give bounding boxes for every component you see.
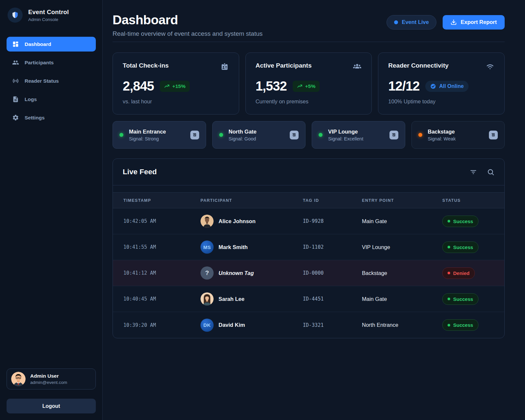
page-subtitle: Real-time overview of event access and s… <box>113 30 262 37</box>
sidebar-item-reader-status[interactable]: Reader Status <box>7 74 96 88</box>
radio-icon <box>12 77 19 84</box>
users-icon <box>12 59 19 66</box>
live-feed-title: Live Feed <box>123 168 157 176</box>
cell-entry-point: Backstage <box>362 270 442 276</box>
reader-signal: Signal: Good <box>229 136 257 141</box>
signal-dot-icon <box>418 133 422 137</box>
cell-participant: ? Unknown Tag <box>200 266 303 280</box>
sidebar-item-logs[interactable]: Logs <box>7 92 96 107</box>
cell-tag-id: ID-1102 <box>303 244 362 250</box>
cell-tag-id: ID-4451 <box>303 296 362 302</box>
cell-timestamp: 10:42:05 AM <box>123 218 200 224</box>
cell-status: Denied <box>442 267 496 279</box>
stat-note: 100% Uptime today <box>388 98 494 105</box>
cell-status: Success <box>442 319 496 331</box>
avatar <box>200 215 214 228</box>
gear-icon <box>12 114 19 121</box>
cell-status: Success <box>442 293 496 305</box>
cell-entry-point: Main Gate <box>362 296 442 302</box>
stat-title: Reader Connectivity <box>388 62 449 69</box>
stat-title: Active Participants <box>256 62 312 69</box>
app-subtitle: Admin Console <box>28 17 69 22</box>
file-icon <box>12 96 19 103</box>
scan-icon[interactable] <box>190 131 199 139</box>
status-dot-icon <box>448 324 450 326</box>
user-email: admin@event.com <box>30 380 67 385</box>
cell-participant: Sarah Lee <box>200 292 303 305</box>
table-row: 10:39:20 AM DK David Kim ID-3321 North E… <box>113 312 504 338</box>
table-row: 10:41:12 AM ? Unknown Tag ID-0000 Backst… <box>113 260 504 286</box>
status-badge: Success <box>442 319 478 331</box>
avatar: MS <box>200 241 214 254</box>
cell-entry-point: North Entrance <box>362 322 442 328</box>
app-title: Event Control <box>28 9 69 16</box>
participant-name: Unknown Tag <box>219 270 254 276</box>
main-content: Dashboard Real-time overview of event ac… <box>103 0 525 420</box>
cell-participant: DK David Kim <box>200 319 303 332</box>
cell-tag-id: ID-0000 <box>303 270 362 276</box>
cell-entry-point: Main Gate <box>362 218 442 224</box>
status-dot-icon <box>448 246 450 248</box>
filter-icon[interactable] <box>470 168 477 176</box>
participant-name: David Kim <box>219 322 245 328</box>
reader-signal: Signal: Excellent <box>328 136 363 141</box>
reader-name: VIP Lounge <box>328 129 363 135</box>
avatar: DK <box>200 319 214 332</box>
participant-name: Sarah Lee <box>219 296 244 302</box>
reader-signal: Signal: Strong <box>129 136 166 141</box>
sidebar-item-dashboard[interactable]: Dashboard <box>7 37 96 52</box>
status-badge: Denied <box>442 267 475 279</box>
column-header-timestamp: Timestamp <box>123 198 200 203</box>
reader-card-vip-lounge: VIP Lounge Signal: Excellent <box>312 121 405 149</box>
delta-badge: +5% <box>293 81 320 92</box>
stat-value: 2,845 <box>123 79 154 94</box>
participant-name: Mark Smith <box>219 244 248 250</box>
scan-icon[interactable] <box>290 131 299 139</box>
stat-note: Currently on premises <box>256 98 362 105</box>
participant-name: Alice Johnson <box>219 218 256 224</box>
sidebar-item-participants[interactable]: Participants <box>7 55 96 70</box>
column-header-participant: Participant <box>200 198 303 203</box>
live-feed-header: Live Feed <box>113 159 504 185</box>
user-card[interactable]: Admin User admin@event.com <box>7 368 96 389</box>
cell-timestamp: 10:41:12 AM <box>123 270 200 276</box>
table-header-row: Timestamp Participant Tag ID Entry Point… <box>113 192 504 208</box>
reader-card-north-gate: North Gate Signal: Good <box>212 121 306 149</box>
column-header-status: Status <box>442 198 496 203</box>
stat-value: 1,532 <box>256 79 287 94</box>
stat-value: 12/12 <box>388 79 419 94</box>
export-report-button[interactable]: Export Report <box>443 15 505 30</box>
table-row: 10:40:45 AM Sarah Lee ID-4451 Main Gate … <box>113 286 504 312</box>
all-online-badge: All Online <box>425 81 469 92</box>
cell-timestamp: 10:41:55 AM <box>123 244 200 250</box>
scan-icon[interactable] <box>489 131 498 139</box>
sidebar-nav: Dashboard Participants Reader Status Log… <box>7 37 96 125</box>
reader-status-section: Main Entrance Signal: Strong North Gate … <box>113 121 505 149</box>
download-icon <box>451 19 457 25</box>
column-header-entry-point: Entry Point <box>362 198 442 203</box>
event-live-badge: Event Live <box>387 15 436 30</box>
user-name: Admin User <box>30 373 67 379</box>
search-icon[interactable] <box>487 168 494 176</box>
status-dot-icon <box>448 272 450 274</box>
stat-card-reader-connectivity: Reader Connectivity 12/12 All Online 100… <box>378 52 505 115</box>
status-badge: Success <box>442 242 478 253</box>
reader-signal: Signal: Weak <box>428 136 456 141</box>
brand: Event Control Admin Console <box>7 7 96 23</box>
admin-avatar <box>11 372 26 386</box>
cell-status: Success <box>442 216 496 227</box>
logout-button[interactable]: Logout <box>7 399 96 413</box>
stat-note: vs. last hour <box>123 98 229 105</box>
signal-dot-icon <box>219 133 223 137</box>
reader-card-main-entrance: Main Entrance Signal: Strong <box>113 121 206 149</box>
table-row: 10:42:05 AM Alice Johnson ID-9928 Main G… <box>113 208 504 234</box>
column-header-tag-id: Tag ID <box>303 198 362 203</box>
stat-card-active-participants: Active Participants 1,532 +5% Currently … <box>245 52 372 115</box>
sidebar-item-settings[interactable]: Settings <box>7 110 96 125</box>
cell-tag-id: ID-9928 <box>303 218 362 224</box>
stats-section: Total Check-ins 2,845 +15% vs. last hour… <box>113 52 505 115</box>
shield-logo-icon <box>8 8 23 23</box>
reader-card-backstage: Backstage Signal: Weak <box>411 121 505 149</box>
scan-icon[interactable] <box>389 131 398 139</box>
reader-name: Main Entrance <box>129 129 166 135</box>
